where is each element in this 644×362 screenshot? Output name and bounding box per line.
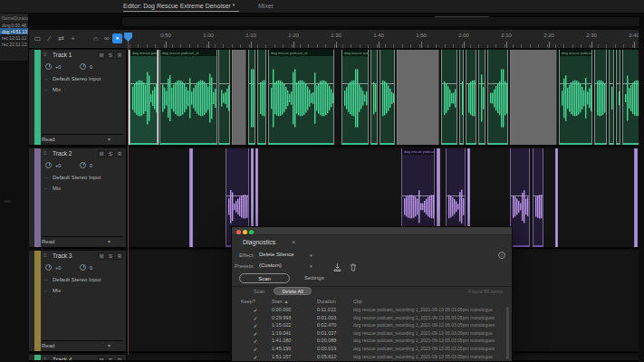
record-arm-button[interactable]: R (116, 357, 123, 362)
audio-clip[interactable]: dog rescue podcast_re (130, 50, 158, 145)
file-row[interactable]: dog r4:51.13 (0, 28, 28, 34)
track-name[interactable]: Track 2 (53, 150, 72, 157)
record-arm-button[interactable]: R (116, 252, 123, 260)
keep-checkbox[interactable]: ✓ (250, 346, 261, 352)
track-input-select[interactable]: Default Stereo Input (53, 277, 101, 282)
time-selection-tool-icon[interactable]: ▭ (33, 33, 43, 43)
muted-clip-block[interactable] (510, 50, 557, 145)
audio-clip[interactable]: dog rescue podcast_re (559, 50, 592, 145)
muted-clip-block[interactable] (232, 50, 246, 145)
snapping-toggle-icon[interactable]: ∩ (91, 33, 101, 43)
track-input-select[interactable]: Default Stereo Input (53, 76, 101, 81)
pan-knob[interactable] (80, 264, 86, 271)
razor-tool-icon[interactable]: ⁄ (44, 33, 54, 43)
keep-checkbox[interactable]: ✓ (250, 322, 261, 329)
scan-button[interactable]: Scan (254, 289, 265, 294)
delete-all-button[interactable]: Delete All (274, 287, 312, 295)
link-clips-toggle-icon[interactable]: ∞ (101, 33, 111, 43)
effect-dropdown[interactable]: Delete Silence (259, 252, 294, 257)
record-arm-button[interactable]: R (116, 150, 123, 157)
audio-clip[interactable] (218, 50, 230, 145)
audio-clip[interactable] (478, 50, 485, 145)
keep-checkbox[interactable]: ✓ (250, 330, 261, 337)
close-icon[interactable]: × (292, 239, 295, 245)
solo-button[interactable]: S (107, 357, 114, 362)
column-duration[interactable]: Duration (317, 299, 336, 304)
volume-knob[interactable] (45, 162, 52, 168)
solo-button[interactable]: S (107, 150, 114, 157)
move-tool-icon[interactable]: + (68, 33, 78, 43)
track-name[interactable]: Track 3 (53, 252, 72, 259)
keep-checkbox[interactable]: ✓ (250, 338, 261, 344)
delete-preset-icon[interactable] (350, 263, 357, 272)
track-name[interactable]: Track 1 (53, 52, 72, 58)
automation-mode-select[interactable]: Read▾ (42, 134, 123, 144)
audio-clip[interactable] (257, 50, 266, 145)
audio-clip[interactable] (370, 50, 378, 145)
audio-clip[interactable] (380, 50, 395, 145)
audio-clip[interactable] (441, 50, 457, 145)
automation-mode-select[interactable]: Read▾ (42, 236, 123, 246)
audio-clip[interactable] (616, 50, 620, 145)
dialog-scrollbar[interactable] (506, 307, 509, 359)
slip-tool-icon[interactable]: ⇄ (56, 33, 66, 43)
file-row[interactable]: ding0:00.48 (0, 22, 28, 28)
clip-sliver[interactable] (634, 148, 638, 247)
record-indicator-icon[interactable]: ● (112, 33, 122, 43)
record-arm-button[interactable]: R (116, 52, 123, 59)
clip-sliver[interactable] (189, 148, 193, 247)
presets-caret-icon[interactable]: ▾ (310, 263, 312, 269)
dialog-titlebar[interactable] (232, 227, 512, 235)
save-preset-icon[interactable] (333, 263, 341, 272)
audio-clip[interactable] (466, 50, 476, 145)
presets-dropdown[interactable]: (Custom) (259, 262, 282, 268)
keep-checkbox[interactable]: ✓ (250, 354, 261, 360)
result-row[interactable]: ✓0:29.9930:01.003dog rescue podcast_reco… (232, 315, 506, 323)
muted-clip-block[interactable] (397, 50, 439, 145)
result-row[interactable]: ✓1:45.1900:00.019dog rescue podcast_reco… (232, 346, 506, 354)
audio-clip[interactable] (594, 50, 607, 145)
track-input-select[interactable]: Default Stereo Input (53, 175, 101, 180)
track-output-select[interactable]: Mix (53, 186, 61, 191)
audio-clip[interactable]: dog rescue podcast_re (159, 50, 217, 145)
audio-clip[interactable] (533, 148, 543, 247)
zoom-traffic-light-icon[interactable] (249, 230, 254, 234)
close-traffic-light-icon[interactable] (236, 230, 241, 234)
solo-button[interactable]: S (107, 252, 114, 260)
result-row[interactable]: ✓0:00.0000:11.022dog rescue podcast_reco… (232, 307, 506, 315)
minimize-traffic-light-icon[interactable] (243, 230, 247, 234)
clip-sliver[interactable] (555, 148, 558, 247)
audio-clip[interactable] (459, 50, 464, 145)
pan-knob[interactable] (80, 63, 86, 70)
solo-button[interactable]: S (107, 52, 114, 59)
tab-settings[interactable]: Settings (304, 275, 324, 281)
track-output-select[interactable]: Mix (53, 288, 61, 293)
column-start[interactable]: Start ▲ (272, 299, 289, 304)
mixer-tab[interactable]: Mixer (258, 3, 274, 9)
mute-button[interactable]: M (98, 150, 105, 157)
file-row[interactable]: rec 22:11.13 (0, 41, 28, 47)
audio-clip[interactable]: dog rescue podcast_re (268, 50, 334, 145)
volume-knob[interactable] (45, 264, 52, 271)
result-row[interactable]: ✓1:41.1800:00.088dog rescue podcast_reco… (232, 338, 506, 346)
result-row[interactable]: ✓1:51.1570:05.612dog rescue podcast_reco… (232, 354, 506, 361)
tab-scan[interactable]: Scan (239, 273, 290, 283)
track-name[interactable]: Track 4 (53, 357, 72, 362)
info-icon[interactable]: i (498, 252, 505, 259)
automation-mode-select[interactable]: Read▾ (42, 340, 123, 350)
mute-button[interactable]: M (98, 357, 105, 362)
pan-knob[interactable] (80, 162, 86, 168)
audio-clip[interactable]: dog rescue podcast_re (341, 50, 369, 145)
column-keep[interactable]: Keep? (241, 299, 255, 304)
keep-checkbox[interactable]: ✓ (250, 315, 261, 321)
audio-clip[interactable] (510, 148, 530, 247)
track-lane[interactable]: dog rescue podcast_redog rescue podcast_… (127, 50, 644, 147)
track-output-select[interactable]: Mix (53, 87, 61, 92)
result-row[interactable]: ✓1:19.0410:01.027dog rescue podcast_reco… (232, 330, 506, 338)
keep-checkbox[interactable]: ✓ (250, 307, 261, 313)
volume-knob[interactable] (45, 63, 52, 70)
editor-tab[interactable]: Editor: Dog Rescue Extreme Denoiser * (123, 3, 235, 9)
mute-button[interactable]: M (98, 52, 105, 59)
result-row[interactable]: ✓1:15.0220:02.470dog rescue podcast_reco… (232, 322, 506, 330)
scrub-bar[interactable] (121, 16, 640, 27)
